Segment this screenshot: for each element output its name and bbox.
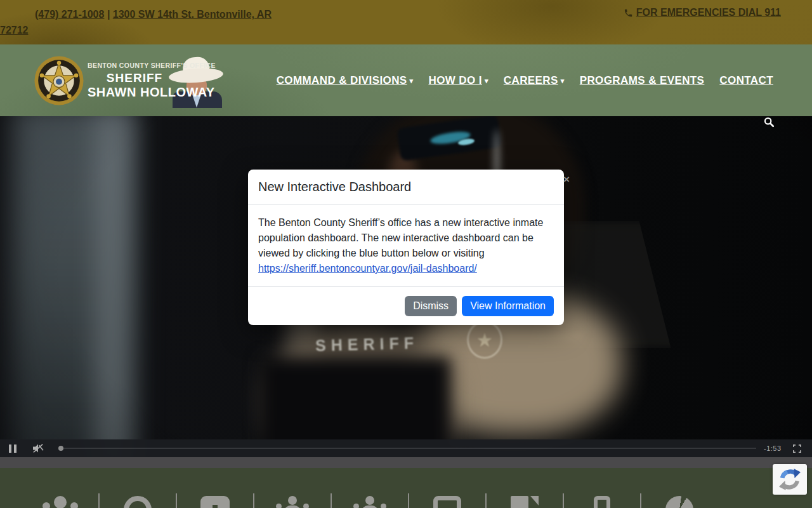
person-dots-icon <box>351 496 389 508</box>
people-group-icon <box>41 496 79 508</box>
pause-button[interactable] <box>9 444 16 453</box>
fullscreen-icon[interactable] <box>793 444 801 453</box>
search-icon[interactable] <box>763 116 775 128</box>
page-divider-bar <box>0 457 812 468</box>
quick-links-row <box>22 496 718 508</box>
quick-link[interactable] <box>641 496 718 508</box>
caret-down-icon: ▾ <box>485 77 488 85</box>
mobile-phone-icon <box>594 496 610 508</box>
contact-line2: 72712 <box>0 22 279 38</box>
pie-chart-icon <box>665 496 693 508</box>
address-link[interactable]: 1300 SW 14th St. Bentonville, AR <box>113 9 272 20</box>
modal-message: The Benton County Sheriff’s office has a… <box>258 217 543 258</box>
contact-info: (479) 271-1008 | 1300 SW 14th St. Benton… <box>0 6 279 38</box>
phone-icon <box>624 8 633 18</box>
nav-how-do-i[interactable]: HOW DO I▾ <box>429 74 488 87</box>
time-remaining: -1:53 <box>764 444 782 452</box>
nav-careers[interactable]: CAREERS▾ <box>504 74 565 87</box>
monitor-icon <box>433 496 461 508</box>
modal-title: New Interactive Dashboard <box>258 180 554 194</box>
phone-link[interactable]: (479) 271-1008 <box>35 9 104 20</box>
top-info-bar: (479) 271-1008 | 1300 SW 14th St. Benton… <box>0 0 812 44</box>
main-navigation: BENTON COUNTY SHERIFF'S OFFICE SHERIFF S… <box>0 44 812 116</box>
quick-link[interactable] <box>22 496 99 508</box>
caret-down-icon: ▾ <box>410 77 414 85</box>
nav-contact[interactable]: CONTACT <box>719 74 773 87</box>
id-card-icon <box>200 496 230 508</box>
quick-link[interactable] <box>331 496 409 508</box>
address-zip-link[interactable]: 72712 <box>0 25 29 36</box>
brand-rank: SHERIFF <box>88 71 181 85</box>
modal-header: New Interactive Dashboard <box>248 170 564 205</box>
document-icon <box>511 496 539 508</box>
progress-handle[interactable] <box>58 446 63 451</box>
dashboard-link[interactable]: https://sheriff.bentoncountyar.gov/jail-… <box>258 263 477 274</box>
page: (479) 271-1008 | 1300 SW 14th St. Benton… <box>0 0 812 508</box>
quick-link[interactable] <box>99 496 176 508</box>
view-information-button[interactable]: View Information <box>462 296 554 316</box>
nav-menu: COMMAND & DIVISIONS▾ HOW DO I▾ CAREERS▾ … <box>277 44 773 116</box>
dismiss-button[interactable]: Dismiss <box>405 296 457 316</box>
quick-link[interactable] <box>563 496 641 508</box>
nav-command-divisions[interactable]: COMMAND & DIVISIONS▾ <box>277 74 414 87</box>
quick-link[interactable] <box>486 496 563 508</box>
modal-footer: Dismiss View Information <box>248 286 564 325</box>
nav-programs-events[interactable]: PROGRAMS & EVENTS <box>580 74 705 87</box>
quick-link[interactable] <box>254 496 331 508</box>
recaptcha-icon <box>778 467 802 491</box>
sheriff-badge-icon <box>33 55 85 107</box>
caret-down-icon: ▾ <box>561 77 565 85</box>
modal-body: The Benton County Sheriff’s office has a… <box>248 205 564 286</box>
brand-text: BENTON COUNTY SHERIFF'S OFFICE SHERIFF S… <box>88 62 181 100</box>
contact-line1: (479) 271-1008 | 1300 SW 14th St. Benton… <box>0 6 279 22</box>
contact-divider: | <box>107 9 110 20</box>
emergency-link[interactable]: FOR EMERGENCIES DIAL 911 <box>636 7 781 18</box>
muted-volume-icon[interactable] <box>32 443 44 453</box>
eye-icon <box>124 496 152 508</box>
announcement-modal: × New Interactive Dashboard The Benton C… <box>248 170 564 325</box>
progress-bar[interactable] <box>58 448 756 449</box>
close-icon[interactable]: × <box>563 175 570 184</box>
brand-sheriff-name: SHAWN HOLLOWAY <box>88 85 181 100</box>
brand-office-name: BENTON COUNTY SHERIFF'S OFFICE <box>88 62 181 69</box>
quick-links-footer <box>0 468 812 508</box>
recaptcha-badge[interactable] <box>773 464 807 495</box>
emergency-notice: FOR EMERGENCIES DIAL 911 <box>624 7 781 18</box>
quick-link[interactable] <box>176 496 254 508</box>
site-logo[interactable]: BENTON COUNTY SHERIFF'S OFFICE SHERIFF S… <box>33 50 227 111</box>
person-dots-icon <box>273 496 311 508</box>
quick-link[interactable] <box>409 496 486 508</box>
video-controls: -1:53 <box>0 439 812 457</box>
